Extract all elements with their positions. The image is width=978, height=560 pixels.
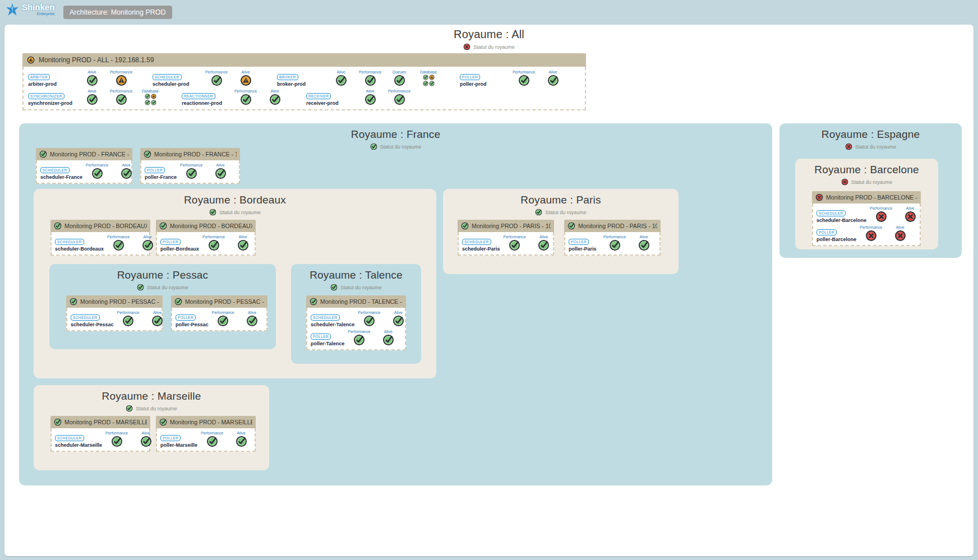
check-icon [70, 298, 77, 306]
check-icon [209, 209, 216, 216]
daemon-type-badge: SCHEDULER [71, 314, 100, 321]
check-label: Queues [393, 70, 407, 74]
daemon-identity: SCHEDULERscheduler-Paris [462, 235, 500, 252]
daemon-name: scheduler-Paris [462, 246, 500, 252]
daemon-row: POLLERpoller-BordeauxPerformanceAlive [160, 234, 251, 253]
realm-status: Statut du royaume [291, 284, 421, 291]
host-header[interactable]: Monitoring PROD - PESSAC - 10.0... [171, 295, 267, 308]
check-label: Performance [359, 70, 381, 74]
check-icon [310, 298, 317, 306]
check-icon [54, 418, 62, 426]
daemon-scheduler-Bordeaux: SCHEDULERscheduler-BordeauxPerformanceAl… [55, 234, 162, 253]
check-alive: Alive [231, 70, 260, 86]
host-header[interactable]: Monitoring PROD - PARIS - 10.0.2.2 [564, 220, 661, 232]
top-bar: Shinken Enterprise Architecture: Monitor… [0, 0, 978, 24]
check-icon [370, 143, 377, 150]
check-icon [142, 239, 154, 251]
check-label: Alive [896, 225, 904, 229]
check-label: Performance [503, 235, 525, 239]
daemon-identity: POLLERpoller-Talence [311, 330, 344, 346]
check-label: Alive [548, 70, 557, 74]
host-title: Monitoring PROD - FRANCE - 10.... [154, 151, 237, 158]
check-performance: Performance [866, 206, 896, 223]
realm-status: Statut du royaume [4, 43, 974, 50]
shinken-logo[interactable]: Shinken Enterprise [4, 3, 54, 17]
check-icon [423, 81, 428, 86]
check-icon [144, 150, 151, 158]
check-icon [382, 334, 394, 346]
daemon-poller-Bordeaux: POLLERpoller-BordeauxPerformanceAlive [160, 234, 257, 253]
realm-status-label: Statut du royaume [136, 406, 177, 411]
host-header[interactable]: Monitoring PROD - BORDEAUX - ... [156, 220, 256, 232]
check-icon [535, 209, 542, 216]
check-icon [215, 168, 227, 179]
realm-status: Statut du royaume [49, 284, 276, 291]
host-body: POLLERpoller-FrancePerformanceAlive [140, 160, 240, 184]
host-body: SCHEDULERscheduler-BarcelonePerformanceA… [812, 203, 921, 246]
error-icon [865, 230, 877, 242]
daemon-name: arbiter-prod [28, 81, 77, 87]
daemon-scheduler-Barcelone: SCHEDULERscheduler-BarcelonePerformanceA… [816, 205, 925, 224]
daemon-row: SCHEDULERscheduler-ParisPerformanceAlive [462, 234, 550, 253]
daemon-name: scheduler-prod [153, 81, 202, 87]
daemon-name: poller-Marseille [160, 442, 197, 448]
host-title: Monitoring PROD - TALENCE - 10... [320, 298, 403, 305]
check-icon [394, 94, 405, 105]
daemon-name: scheduler-Pessac [71, 322, 114, 327]
host-title: Monitoring PROD - PARIS - 10.0.2.2 [578, 223, 657, 229]
daemon-identity: REACTIONNERreactionner-prod [182, 89, 231, 106]
host-header[interactable]: Monitoring PROD - PESSAC - 10.0... [66, 295, 163, 308]
check-icon [236, 436, 247, 447]
check-label: Alive [141, 431, 150, 435]
database-status-grid [145, 94, 156, 105]
check-label: Performance [180, 163, 202, 167]
host-header[interactable]: Monitoring PROD - MARSEILLE - ... [50, 416, 150, 428]
host-box-bordeaux-1: Monitoring PROD - BORDEAUX - ...SCHEDULE… [50, 220, 150, 256]
check-icon [246, 315, 258, 327]
host-title: Monitoring PROD - BORDEAUX - ... [170, 223, 252, 229]
host-header[interactable]: Monitoring PROD - FRANCE - 10.... [140, 148, 240, 160]
check-icon [159, 418, 167, 426]
check-queues: Queues [385, 70, 414, 86]
check-alive: Alive [538, 70, 568, 86]
daemon-row: SCHEDULERscheduler-TalencePerformanceAli… [311, 309, 402, 328]
daemon-name: poller-Bordeaux [160, 246, 199, 252]
realm-title: Royaume : Talence [291, 264, 421, 281]
realm-status-label: Statut du royaume [147, 285, 188, 290]
check-label: Alive [122, 163, 130, 167]
daemon-identity: POLLERpoller-Bordeaux [160, 235, 199, 252]
check-label: Performance [513, 70, 535, 74]
check-label: Alive [87, 70, 96, 74]
check-label: Performance [110, 70, 132, 74]
daemon-row: SCHEDULERscheduler-FrancePerformanceAliv… [40, 162, 128, 181]
host-header[interactable]: Monitoring PROD - MARSEILLE - ... [156, 416, 256, 428]
host-header[interactable]: Monitoring PROD - ALL - 192.168.1.59 [22, 53, 586, 67]
host-body: POLLERpoller-MarseillePerformanceAlive [156, 428, 256, 452]
check-database: Database [136, 89, 165, 105]
daemon-identity: SCHEDULERscheduler-Bordeaux [55, 235, 104, 252]
realm-title: Royaume : Paris [443, 189, 679, 206]
error-icon [905, 211, 916, 223]
check-icon [159, 222, 167, 230]
check-label: Performance [205, 70, 228, 74]
daemon-name: synchronizer-prod [28, 100, 77, 106]
daemon-row: SCHEDULERscheduler-PessacPerformanceAliv… [71, 309, 158, 328]
check-label: Alive [366, 89, 374, 93]
host-header[interactable]: Monitoring PROD - TALENCE - 10... [306, 295, 406, 308]
check-label: Performance [202, 235, 225, 239]
daemon-name: scheduler-France [40, 174, 82, 180]
check-performance: Performance [600, 235, 629, 251]
host-header[interactable]: Monitoring PROD - FRANCE - 10.... [36, 148, 132, 160]
check-icon [174, 298, 182, 306]
daemon-identity: POLLERpoller-Marseille [160, 431, 197, 448]
host-box-france-1: Monitoring PROD - FRANCE - 10....SCHEDUL… [36, 148, 132, 184]
daemon-type-badge: POLLER [160, 435, 181, 441]
host-header[interactable]: Monitoring PROD - BORDEAUX - ... [50, 220, 150, 232]
daemon-poller-prod: POLLERpoller-prodPerformanceAlive [460, 69, 568, 88]
host-title: Monitoring PROD - MARSEILLE - ... [170, 419, 252, 425]
check-icon [423, 75, 428, 80]
warning-icon [429, 75, 435, 80]
host-header[interactable]: Monitoring PROD - PARIS - 10.0.2.1 [458, 220, 554, 232]
host-header[interactable]: Monitoring PROD - BARCELONE -... [812, 191, 921, 203]
check-label: Alive [394, 311, 403, 314]
